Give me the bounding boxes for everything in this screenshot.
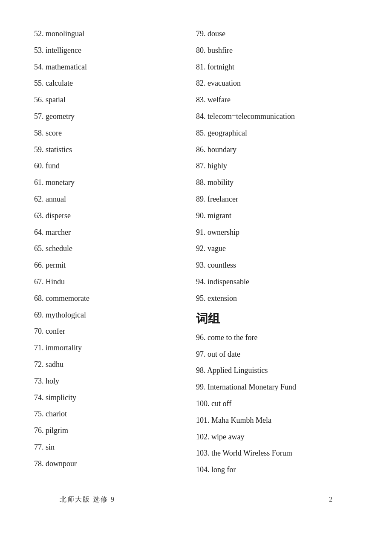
list-item: 52. monolingual <box>34 26 196 42</box>
list-item: 71. immortality <box>34 340 196 356</box>
list-item: 79. douse <box>196 26 358 42</box>
list-item: 69. mythological <box>34 307 196 323</box>
list-item: 74. simplicity <box>34 390 196 406</box>
list-item: 78. downpour <box>34 456 196 472</box>
list-item: 90. migrant <box>196 208 358 224</box>
list-item: 102. wipe away <box>196 429 358 445</box>
list-item: 103. the World Wireless Forum <box>196 445 358 462</box>
list-item: 91. ownership <box>196 224 358 241</box>
list-item: 65. schedule <box>34 240 196 257</box>
list-item: 61. monetary <box>34 174 196 191</box>
list-item: 77. sin <box>34 439 196 456</box>
list-item: 94. indispensable <box>196 274 358 290</box>
list-item: 68. commemorate <box>34 290 196 307</box>
list-item: 58. score <box>34 125 196 141</box>
list-item: 80. bushfire <box>196 42 358 59</box>
list-item: 63. disperse <box>34 208 196 224</box>
list-item: 81. fortnight <box>196 59 358 75</box>
list-item: 66. permit <box>34 257 196 274</box>
list-item: 97. out of date <box>196 346 358 363</box>
list-item: 104. long for <box>196 462 358 478</box>
list-item: 55. calculate <box>34 75 196 92</box>
right-column: 79. douse80. bushfire81. fortnight82. ev… <box>196 26 358 478</box>
footer-publisher: 北师大版 选修 9 <box>60 495 115 504</box>
list-item: 59. statistics <box>34 141 196 158</box>
list-item: 86. boundary <box>196 141 358 158</box>
list-item: 101. Maha Kumbh Mela <box>196 412 358 429</box>
list-item: 82. evacuation <box>196 75 358 92</box>
section-header: 词组 <box>196 307 358 329</box>
footer: 北师大版 选修 9 2 <box>34 495 358 504</box>
list-item: 83. welfare <box>196 92 358 108</box>
list-item: 54. mathematical <box>34 59 196 75</box>
list-item: 89. freelancer <box>196 191 358 208</box>
list-item: 56. spatial <box>34 92 196 108</box>
list-item: 70. confer <box>34 323 196 340</box>
content-area: 52. monolingual53. intelligence54. mathe… <box>34 26 358 478</box>
list-item: 76. pilgrim <box>34 422 196 439</box>
list-item: 53. intelligence <box>34 42 196 59</box>
list-item: 84. telecom=telecommunication <box>196 108 358 125</box>
list-item: 60. fund <box>34 158 196 174</box>
list-item: 92. vague <box>196 240 358 257</box>
list-item: 93. countless <box>196 257 358 274</box>
footer-page: 2 <box>329 496 332 503</box>
list-item: 67. Hindu <box>34 274 196 290</box>
list-item: 99. International Monetary Fund <box>196 379 358 395</box>
list-item: 96. come to the fore <box>196 329 358 346</box>
left-column: 52. monolingual53. intelligence54. mathe… <box>34 26 196 478</box>
list-item: 87. highly <box>196 158 358 174</box>
list-item: 57. geometry <box>34 108 196 125</box>
list-item: 88. mobility <box>196 174 358 191</box>
list-item: 95. extension <box>196 290 358 307</box>
list-item: 73. holy <box>34 373 196 390</box>
list-item: 98. Applied Linguistics <box>196 362 358 379</box>
list-item: 75. chariot <box>34 406 196 422</box>
list-item: 62. annual <box>34 191 196 208</box>
list-item: 64. marcher <box>34 224 196 241</box>
list-item: 100. cut off <box>196 395 358 412</box>
list-item: 85. geographical <box>196 125 358 141</box>
list-item: 72. sadhu <box>34 356 196 373</box>
